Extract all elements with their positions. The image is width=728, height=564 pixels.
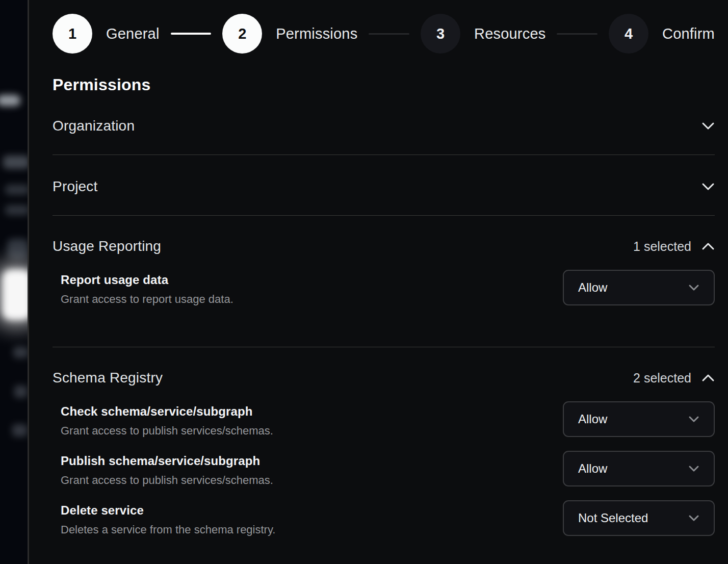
sidebar-blur-icon [7,239,28,259]
permission-dropdown-report-usage-data[interactable]: Allow [563,270,715,305]
section-project: Project [53,155,715,216]
permission-row-check-schema: Check schema/service/subgraph Grant acce… [61,401,715,438]
page-title: Permissions [53,75,715,94]
app-sidebar-blurred [0,0,28,564]
dropdown-value: Allow [578,280,607,295]
step-3-label: Resources [474,25,545,42]
chevron-up-icon[interactable] [701,242,715,250]
permission-dropdown-delete-service[interactable]: Not Selected [563,500,715,536]
step-confirm[interactable]: 4 Confirm [609,14,715,54]
step-general[interactable]: 1 General [53,14,160,54]
permission-text: Report usage data Grant access to report… [61,270,233,306]
section-label: Organization [53,118,135,134]
chevron-down-icon [688,416,699,423]
permission-description: Grant access to publish services/schemas… [61,424,273,438]
permission-title: Report usage data [61,273,233,287]
step-connector-upcoming [557,33,597,35]
permission-text: Publish schema/service/subgraph Grant ac… [61,451,273,487]
section-label: Schema Registry [53,370,163,386]
section-schema-registry: Schema Registry 2 selected Check schema/… [53,347,715,536]
step-2-circle: 2 [222,14,262,54]
step-resources[interactable]: 3 Resources [421,14,545,54]
permission-title: Delete service [61,503,275,518]
wizard-stepper: 1 General 2 Permissions 3 Resources 4 Co… [53,14,715,54]
step-permissions[interactable]: 2 Permissions [222,14,357,54]
chevron-down-icon[interactable] [701,122,715,130]
permission-dropdown-check-schema[interactable]: Allow [563,401,715,437]
sidebar-blur-active-item [2,269,28,320]
permission-row-delete-service: Delete service Deletes a service from th… [61,500,715,536]
selected-count-badge: 1 selected [633,239,691,254]
step-1-circle: 1 [53,14,92,54]
chevron-down-icon [688,284,699,291]
section-project-header[interactable]: Project [53,155,715,215]
permission-dropdown-publish-schema[interactable]: Allow [563,451,715,486]
permission-description: Grant access to report usage data. [61,293,233,306]
step-3-circle: 3 [421,14,460,54]
chevron-down-icon [688,515,699,522]
sidebar-blur-item [14,386,28,398]
sidebar-blur-text [5,185,28,195]
step-4-label: Confirm [662,25,715,42]
sidebar-blur-text [3,156,28,169]
permissions-wizard-panel: 1 General 2 Permissions 3 Resources 4 Co… [29,0,728,564]
permission-description: Deletes a service from the schema regist… [61,523,275,536]
section-organization-header[interactable]: Organization [53,94,715,155]
permission-row-publish-schema: Publish schema/service/subgraph Grant ac… [61,451,715,487]
chevron-down-icon [688,465,699,472]
permission-title: Check schema/service/subgraph [61,404,273,419]
selected-count-badge: 2 selected [633,371,691,386]
sidebar-blur-item [13,347,28,358]
chevron-up-icon[interactable] [701,374,715,382]
section-usage-reporting-header[interactable]: Usage Reporting 1 selected [53,216,715,266]
permission-description: Grant access to publish services/schemas… [61,474,273,487]
section-usage-reporting: Usage Reporting 1 selected Report usage … [53,216,715,347]
step-4-circle: 4 [609,14,648,54]
section-label: Usage Reporting [53,238,161,254]
chevron-down-icon[interactable] [701,183,715,191]
permission-title: Publish schema/service/subgraph [61,454,273,468]
step-connector-upcoming [369,33,409,35]
section-label: Project [53,178,98,195]
sidebar-blur-badge [0,95,20,106]
dropdown-value: Not Selected [578,511,648,525]
permission-text: Delete service Deletes a service from th… [61,500,275,536]
sidebar-blur-item [12,424,28,437]
section-organization: Organization [53,94,715,155]
sidebar-blur-text [5,205,28,215]
dropdown-value: Allow [578,412,607,426]
permission-row-report-usage-data: Report usage data Grant access to report… [61,270,715,306]
dropdown-value: Allow [578,462,607,476]
step-2-label: Permissions [276,25,357,42]
permission-text: Check schema/service/subgraph Grant acce… [61,401,273,438]
step-1-label: General [106,25,160,42]
step-connector-complete [171,33,212,35]
section-schema-registry-header[interactable]: Schema Registry 2 selected [53,347,715,397]
